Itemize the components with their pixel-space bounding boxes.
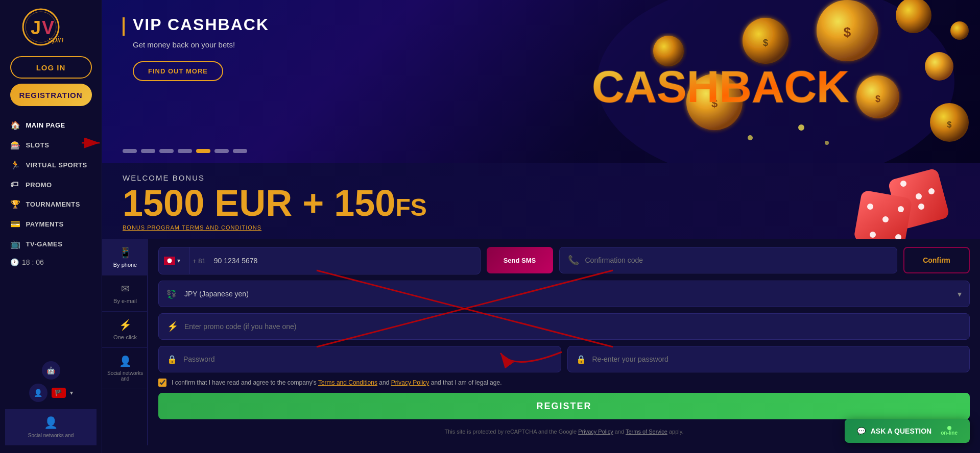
country-selector[interactable]: ▾ <box>159 247 189 274</box>
dot-7[interactable] <box>233 149 247 153</box>
svg-text:$: $ <box>763 38 768 48</box>
svg-text:CASHBACK: CASHBACK <box>592 61 849 112</box>
svg-point-32 <box>882 216 889 222</box>
bonus-terms-link[interactable]: BONUS PROGRAM TERMS AND CONDITIONS <box>123 224 261 231</box>
sidebar-item-virtual-sports[interactable]: 🏃 VIRTUAL SPORTS <box>0 155 102 175</box>
svg-point-22 <box>798 124 804 131</box>
svg-text:$: $ <box>875 94 880 104</box>
lock-icon-2: 🔒 <box>576 355 586 364</box>
slots-icon: 🎰 <box>10 140 21 150</box>
chat-icon: 💬 <box>857 427 866 435</box>
svg-text:$: $ <box>844 24 851 40</box>
terms-checkbox[interactable] <box>158 379 166 387</box>
sidebar-social-tab[interactable]: 👤 Social networks and <box>5 409 97 445</box>
password-input[interactable] <box>183 355 553 363</box>
language-flag[interactable]: 🏴 <box>52 388 66 398</box>
phone-input-group: ▾ + 81 <box>158 247 481 274</box>
reenter-password-input[interactable] <box>592 355 962 363</box>
registration-tabs: 📱 By phone ✉ By e-mail ⚡ One-click 👤 Soc… <box>102 239 148 445</box>
tv-icon: 📺 <box>10 239 21 249</box>
user-icon-btn[interactable]: 👤 <box>29 384 47 402</box>
one-click-tab-icon: ⚡ <box>119 319 132 331</box>
welcome-amount: 1500 EUR + 150 <box>123 185 395 221</box>
sidebar-item-slots[interactable]: 🎰 SLOTS <box>0 135 102 155</box>
lock-icon: 🔒 <box>167 355 177 364</box>
sidebar-item-main-page[interactable]: 🏠 MAIN PAGE <box>0 115 102 135</box>
dot-3[interactable] <box>159 149 174 153</box>
reenter-password-group: 🔒 <box>567 346 970 372</box>
terms-checkbox-row: I confirm that I have read and agree to … <box>158 379 970 387</box>
dot-1[interactable] <box>123 149 137 153</box>
promo-code-input[interactable] <box>184 322 961 331</box>
promo-row: ⚡ <box>158 313 970 340</box>
tab-social[interactable]: 👤 Social networks and <box>102 348 148 389</box>
svg-text:J: J <box>31 17 41 38</box>
tab-one-click[interactable]: ⚡ One-click <box>102 312 148 348</box>
main-content: VIP CASHBACK Get money back on your bets… <box>102 0 980 453</box>
confirmation-code-input[interactable] <box>585 256 889 264</box>
dot-2[interactable] <box>141 149 155 153</box>
country-flag <box>164 257 175 265</box>
confirmation-code-group: 📞 <box>559 247 898 273</box>
dot-4[interactable] <box>178 149 192 153</box>
find-out-more-button[interactable]: FIND OUT MORE <box>133 61 223 81</box>
privacy-policy-link[interactable]: Privacy Policy <box>391 379 429 386</box>
virtual-sports-icon: 🏃 <box>10 160 21 170</box>
register-submit-button[interactable]: REGISTER <box>158 393 970 419</box>
banner-divider <box>123 17 125 36</box>
sidebar-item-tv-games[interactable]: 📺 TV-GAMES <box>0 234 102 254</box>
svg-rect-30 <box>853 190 913 239</box>
promo-icon: 🏷 <box>10 180 20 189</box>
chevron-down-icon[interactable]: ▾ <box>70 389 73 396</box>
sidebar-item-promo[interactable]: 🏷 PROMO <box>0 175 102 194</box>
welcome-label: WELCOME BONUS <box>123 173 960 182</box>
sidebar-item-payments[interactable]: 💳 PAYMENTS <box>0 214 102 234</box>
registration-form: ▾ + 81 Send SMS 📞 Confirm 💱 JPY (Japanes… <box>148 239 980 445</box>
plus-81-label: + 81 <box>189 257 206 265</box>
footer-privacy-link[interactable]: Privacy Policy <box>578 429 613 435</box>
tab-by-email[interactable]: ✉ By e-mail <box>102 275 148 312</box>
svg-point-31 <box>867 204 873 210</box>
svg-point-24 <box>748 135 753 140</box>
ask-question-widget[interactable]: 💬 ASK A QUESTION on-line <box>845 419 970 443</box>
dot-6[interactable] <box>214 149 229 153</box>
country-code: ▾ <box>177 257 180 264</box>
tab-by-phone[interactable]: 📱 By phone <box>102 239 148 275</box>
svg-point-23 <box>825 141 829 145</box>
terms-conditions-link[interactable]: Terms and Conditions <box>318 379 377 386</box>
lightning-icon: ⚡ <box>167 321 178 332</box>
robot-icon-btn[interactable]: 🤖 <box>42 361 60 380</box>
confirm-button[interactable]: Confirm <box>903 247 970 273</box>
online-label: on-line <box>941 430 958 436</box>
currency-select[interactable]: JPY (Japanese yen) <box>158 281 970 307</box>
register-button[interactable]: REGISTRATION <box>10 84 92 106</box>
welcome-fs: FS <box>395 195 426 220</box>
login-button[interactable]: LOG IN <box>10 56 92 79</box>
sidebar-bottom: 🤖 👤 🏴 ▾ 👤 Social networks and <box>0 356 102 450</box>
clock-icon: 🕐 <box>10 258 19 266</box>
email-tab-icon: ✉ <box>121 283 130 295</box>
svg-text:$: $ <box>947 120 952 129</box>
svg-point-34 <box>870 232 876 238</box>
chevron-down-icon: ▾ <box>958 289 962 299</box>
svg-point-29 <box>918 204 924 210</box>
phone-confirm-icon: 📞 <box>568 255 579 266</box>
dice-decoration <box>847 168 949 239</box>
send-sms-button[interactable]: Send SMS <box>487 247 553 273</box>
svg-point-37 <box>168 259 172 263</box>
svg-point-14 <box>950 21 969 40</box>
time-display: 🕐 18 : 06 <box>0 254 102 270</box>
ask-question-label: ASK A QUESTION <box>871 427 932 435</box>
footer-terms-link[interactable]: Terms of Service <box>626 429 667 435</box>
dot-5[interactable] <box>196 149 210 153</box>
phone-number-input[interactable] <box>206 247 480 274</box>
tournaments-icon: 🏆 <box>10 199 21 209</box>
sidebar-item-tournaments[interactable]: 🏆 TOURNAMENTS <box>0 194 102 214</box>
banner-title: VIP CASHBACK <box>133 15 269 34</box>
currency-icon: 💱 <box>166 289 177 299</box>
password-row: 🔒 🔒 <box>158 346 970 372</box>
social-tab-icon: 👤 <box>44 416 58 430</box>
sidebar: J V spin LOG IN REGISTRATION 🏠 MAIN PAGE… <box>0 0 102 453</box>
password-group: 🔒 <box>158 346 561 372</box>
phone-tab-icon: 📱 <box>119 246 132 259</box>
